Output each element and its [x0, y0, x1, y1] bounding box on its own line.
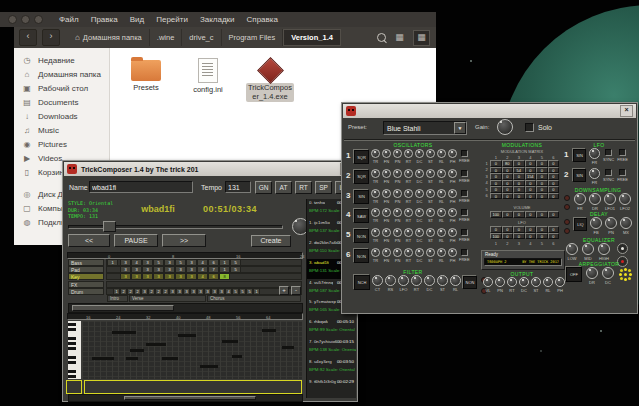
- filter-rl-knob[interactable]: [450, 275, 461, 286]
- black-key[interactable]: [68, 328, 76, 331]
- filter-type-selector[interactable]: NCH: [354, 275, 370, 290]
- osc1-tr-knob[interactable]: [371, 149, 380, 158]
- menu-item-5[interactable]: Справка: [247, 15, 278, 24]
- black-key[interactable]: [68, 370, 76, 373]
- osc5-pn-knob[interactable]: [393, 228, 402, 237]
- osc3-ph-knob[interactable]: [448, 189, 457, 198]
- close-button[interactable]: ×: [620, 105, 633, 117]
- pattern-cell[interactable]: 1: [113, 288, 120, 295]
- osc6-pn-knob[interactable]: [393, 248, 402, 257]
- output-ph-knob[interactable]: [555, 277, 565, 287]
- pattern-cell[interactable]: 3: [218, 288, 225, 295]
- composer-titlebar[interactable]: TrickComposer 1.4 by The trick 201 —: [64, 162, 356, 176]
- grid-scrollbar-thumb[interactable]: [72, 305, 174, 311]
- sidebar-item-1[interactable]: ⌂Домашняя папка: [14, 67, 109, 81]
- breadcrumb-segment-3[interactable]: Program Files: [222, 29, 284, 46]
- next-button[interactable]: >>: [162, 234, 206, 247]
- pattern-cell[interactable]: 3: [164, 259, 175, 266]
- track-lane[interactable]: [106, 281, 302, 288]
- pattern-cell[interactable]: 3: [204, 288, 211, 295]
- output-st-knob[interactable]: [531, 277, 541, 287]
- pattern-cell[interactable]: 3: [153, 273, 164, 280]
- pattern-cell[interactable]: 5: [246, 288, 253, 295]
- midi-note[interactable]: [162, 357, 178, 360]
- track-label-drum[interactable]: Drum: [68, 288, 104, 295]
- pattern-cell[interactable]: 2: [162, 288, 169, 295]
- osc3-rl-knob[interactable]: [437, 189, 446, 198]
- delay-pn-knob[interactable]: [605, 217, 617, 229]
- maximize-window-button[interactable]: [34, 15, 43, 24]
- osc1-free-checkbox[interactable]: [461, 150, 468, 157]
- pattern-cell[interactable]: 8: [219, 273, 230, 280]
- osc2-st-knob[interactable]: [426, 169, 435, 178]
- pattern-cell[interactable]: 3: [142, 273, 153, 280]
- ds-lfo1-knob[interactable]: [604, 193, 616, 205]
- ds-lfo2-knob[interactable]: [619, 193, 631, 205]
- button-rt[interactable]: RT: [295, 181, 312, 194]
- list-view-button[interactable]: ▦: [392, 31, 407, 45]
- osc4-rt-knob[interactable]: [404, 208, 413, 217]
- pattern-cell[interactable]: 3: [186, 259, 197, 266]
- osc3-fn-knob[interactable]: [382, 189, 391, 198]
- pattern-cell[interactable]: 3: [120, 273, 131, 280]
- pattern-cell[interactable]: 3: [176, 288, 183, 295]
- breadcrumb-segment-2[interactable]: drive_c: [182, 29, 221, 46]
- seek-slider-track[interactable]: [68, 225, 283, 229]
- breadcrumb-segment-0[interactable]: ⌂Домашняя папка: [68, 29, 150, 46]
- search-icon[interactable]: [377, 33, 386, 42]
- pattern-cell[interactable]: 3: [120, 259, 131, 266]
- pattern-cell[interactable]: 6: [208, 273, 219, 280]
- file-item-1[interactable]: config.ini: [184, 56, 232, 95]
- grid-scrollbar[interactable]: [68, 303, 303, 313]
- midi-note[interactable]: [92, 357, 114, 360]
- pattern-cell[interactable]: 3: [197, 288, 204, 295]
- midi-note[interactable]: [262, 329, 276, 332]
- pattern-cell[interactable]: 1: [219, 259, 230, 266]
- midi-note[interactable]: [200, 365, 218, 368]
- pattern-cell[interactable]: 4: [131, 259, 142, 266]
- pattern-cell[interactable]: 3: [186, 273, 197, 280]
- pattern-cell[interactable]: 3: [142, 266, 153, 273]
- black-key[interactable]: [68, 342, 76, 345]
- filter-rs-knob[interactable]: [385, 275, 396, 286]
- waveform-selector[interactable]: SAW: [354, 209, 369, 223]
- waveform-selector[interactable]: SIN: [354, 190, 369, 204]
- button-sp[interactable]: SP: [315, 181, 332, 194]
- matrix-cell[interactable]: 0: [490, 193, 502, 200]
- ds-dr-knob[interactable]: [589, 193, 601, 205]
- pattern-cell[interactable]: 4: [197, 266, 208, 273]
- filter-st-knob[interactable]: [437, 275, 448, 286]
- black-key[interactable]: [68, 337, 76, 340]
- pattern-cell[interactable]: 4: [197, 273, 208, 280]
- pattern-cell[interactable]: 3: [131, 266, 142, 273]
- osc6-tr-knob[interactable]: [371, 248, 380, 257]
- roll-scrollbar-thumb[interactable]: [124, 396, 256, 400]
- remove-pattern-button[interactable]: -: [291, 286, 301, 295]
- osc6-st-knob[interactable]: [426, 248, 435, 257]
- track-label-key[interactable]: Key: [68, 273, 104, 280]
- osc5-rt-knob[interactable]: [404, 228, 413, 237]
- pattern-cell[interactable]: 3: [131, 273, 142, 280]
- pattern-cell[interactable]: 3: [190, 288, 197, 295]
- track-label-bass[interactable]: Bass: [68, 259, 104, 266]
- osc2-rt-knob[interactable]: [404, 169, 413, 178]
- ds-fr-knob[interactable]: [574, 193, 586, 205]
- osc4-free-checkbox[interactable]: [461, 209, 468, 216]
- menu-item-0[interactable]: Файл: [59, 15, 79, 24]
- lfo-matrix-cell[interactable]: 0: [536, 233, 548, 240]
- minimize-window-button[interactable]: [21, 15, 30, 24]
- pattern-cell[interactable]: 3: [175, 266, 186, 273]
- black-key[interactable]: [68, 323, 76, 326]
- pattern-cell[interactable]: 3: [142, 259, 153, 266]
- pattern-cell[interactable]: 5: [175, 259, 186, 266]
- black-key[interactable]: [68, 375, 76, 378]
- lfo-matrix-cell[interactable]: 0: [548, 233, 560, 240]
- osc4-rl-knob[interactable]: [437, 208, 446, 217]
- playlist-item-6[interactable]: 6. rhbqwk00:05:10BPM:99 Scale: Oriental: [307, 318, 356, 338]
- pattern-cell[interactable]: 5: [239, 288, 246, 295]
- black-key[interactable]: [68, 361, 76, 364]
- file-item-0[interactable]: Presets: [122, 56, 170, 93]
- pattern-cell[interactable]: 1: [107, 259, 118, 266]
- delay-fb-knob[interactable]: [590, 217, 602, 229]
- waveform-selector[interactable]: NON: [354, 249, 369, 263]
